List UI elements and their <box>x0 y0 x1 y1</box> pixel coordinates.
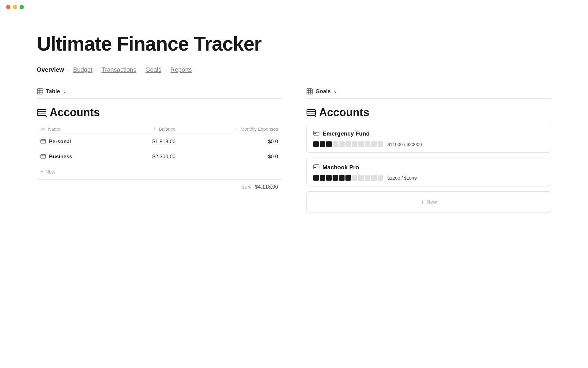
nav-tab-overview[interactable]: Overview <box>37 66 64 73</box>
nav-tab-goals[interactable]: Goals <box>145 66 161 73</box>
progress-block <box>358 175 364 181</box>
goals-grid-icon <box>306 88 313 95</box>
row-personal-expenses: $0.0 <box>179 134 282 149</box>
expenses-col-icon: ⌕ <box>235 127 238 131</box>
goal-macbook-title: Macbook Pro <box>313 164 544 171</box>
main-content: Ultimate Finance Tracker Overview · Budg… <box>0 14 588 231</box>
row-personal-name: Personal <box>37 134 117 149</box>
nav-tab-transactions[interactable]: Transactions <box>101 66 136 73</box>
nav-sep-4: · <box>165 66 167 73</box>
minimize-button[interactable] <box>13 5 17 9</box>
right-column: Goals ∨ Accounts <box>306 88 551 213</box>
progress-block <box>378 141 383 147</box>
nav-tabs: Overview · Budget · Transactions · Goals… <box>37 66 551 73</box>
goal-card-macbook: Macbook Pro <box>306 158 551 186</box>
accounts-label-right: Accounts <box>319 106 369 119</box>
progress-block <box>358 141 364 147</box>
nav-sep-2: · <box>96 66 98 73</box>
svg-rect-20 <box>314 133 316 134</box>
svg-rect-12 <box>307 89 312 94</box>
col-header-expenses: ⌕ Monthly Expenses <box>179 124 282 134</box>
progress-block <box>333 175 338 181</box>
card-icon-personal <box>40 139 46 144</box>
goals-chevron-icon[interactable]: ∨ <box>334 89 337 94</box>
svg-rect-0 <box>37 89 43 94</box>
maximize-button[interactable] <box>20 5 24 9</box>
progress-blocks-emergency <box>313 141 383 147</box>
name-col-icon: Aa <box>40 127 45 131</box>
sum-row: SUM $4,118.00 <box>37 179 282 194</box>
row-business-expenses: $0.0 <box>179 149 282 164</box>
accounts-title-right: Accounts <box>306 106 551 119</box>
svg-rect-9 <box>41 155 46 158</box>
svg-rect-11 <box>41 157 43 157</box>
table-chevron-icon[interactable]: ∨ <box>63 89 66 94</box>
progress-block <box>320 175 325 181</box>
add-goal-button[interactable]: + New <box>306 191 551 213</box>
goal-card-emergency: Emergency Fund <box>306 124 551 153</box>
progress-block <box>352 175 357 181</box>
progress-block <box>326 175 332 181</box>
table-row: Personal $1,818.00 $0.0 <box>37 134 282 149</box>
col-header-balance: Σ Balance <box>117 124 179 134</box>
progress-block <box>378 175 383 181</box>
progress-block <box>326 141 332 147</box>
progress-block <box>313 141 319 147</box>
table-row: Business $2,300.00 $0.0 <box>37 149 282 164</box>
goal-card-icon-macbook <box>313 164 319 171</box>
svg-rect-5 <box>37 109 46 116</box>
goals-section-header: Goals ∨ <box>306 88 551 99</box>
row-personal-balance: $1,818.00 <box>117 134 179 149</box>
accounts-label-left: Accounts <box>50 106 100 119</box>
goal-emergency-text: $11000 / $30000 <box>387 142 422 147</box>
progress-block <box>345 141 351 147</box>
row-business-name: Business <box>37 149 117 164</box>
nav-tab-budget[interactable]: Budget <box>73 66 92 73</box>
progress-block <box>345 175 351 181</box>
progress-blocks-macbook <box>313 175 383 181</box>
balance-col-icon: Σ <box>154 127 156 131</box>
progress-block <box>352 141 357 147</box>
goal-macbook-progress: $1200 / $1849 <box>313 175 544 181</box>
col-header-name: Aa Name <box>37 124 117 134</box>
plus-icon: + <box>40 169 44 175</box>
goals-label[interactable]: Goals <box>315 88 331 95</box>
page-title: Ultimate Finance Tracker <box>37 33 551 55</box>
nav-tab-reports[interactable]: Reports <box>171 66 192 73</box>
accounts-icon-left <box>37 108 47 117</box>
svg-rect-21 <box>314 165 319 169</box>
progress-block <box>365 141 370 147</box>
titlebar <box>0 0 588 14</box>
goal-emergency-progress: $11000 / $30000 <box>313 141 544 147</box>
goal-card-icon-emergency <box>313 130 319 137</box>
plus-icon-goals: + <box>420 199 424 206</box>
close-button[interactable] <box>6 5 10 9</box>
svg-rect-17 <box>307 109 315 116</box>
sum-value: $4,118.00 <box>255 184 278 190</box>
progress-block <box>339 175 345 181</box>
table-grid-icon <box>37 88 43 95</box>
progress-block <box>339 141 345 147</box>
progress-block <box>333 141 338 147</box>
progress-block <box>313 175 319 181</box>
progress-block <box>365 175 370 181</box>
card-icon-business <box>40 154 46 159</box>
row-business-balance: $2,300.00 <box>117 149 179 164</box>
progress-block <box>371 175 377 181</box>
svg-rect-8 <box>41 142 43 142</box>
progress-block <box>371 141 377 147</box>
nav-sep-3: · <box>140 66 142 73</box>
progress-block <box>320 141 325 147</box>
accounts-table: Aa Name Σ Balance ⌕ <box>37 124 282 164</box>
add-new-row-button[interactable]: + New <box>37 164 282 179</box>
columns-layout: Table ∨ Accounts <box>37 88 551 213</box>
table-label[interactable]: Table <box>46 88 60 95</box>
goal-macbook-text: $1200 / $1849 <box>387 175 417 181</box>
table-section-header: Table ∨ <box>37 88 282 99</box>
nav-sep-1: · <box>68 66 70 73</box>
svg-rect-18 <box>314 131 319 135</box>
left-column: Table ∨ Accounts <box>37 88 282 213</box>
svg-rect-6 <box>41 140 46 143</box>
accounts-title-left: Accounts <box>37 106 282 119</box>
goal-emergency-title: Emergency Fund <box>313 130 544 137</box>
